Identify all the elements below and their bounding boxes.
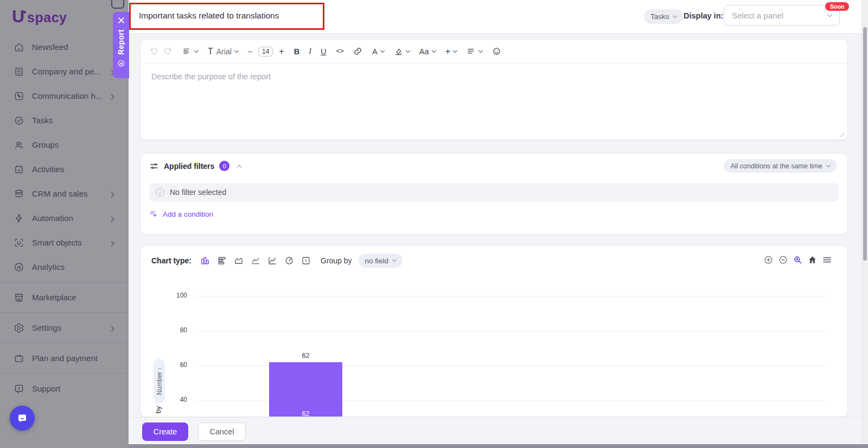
emoji-button[interactable] <box>492 47 501 56</box>
redo-button[interactable] <box>163 47 173 56</box>
sidebar-item-newsfeed[interactable]: Newsfeed <box>0 35 129 59</box>
chevron-up-icon[interactable] <box>237 165 241 169</box>
applied-filters-header[interactable]: Applied filters 0 <box>149 161 241 171</box>
sidebar-item-label: Communication h... <box>32 91 102 100</box>
scrollbar-track[interactable] <box>861 0 868 444</box>
group-by-dropdown[interactable]: no field <box>359 254 403 268</box>
font-size-decrease-button[interactable]: − <box>248 47 252 56</box>
no-filter-text: No filter selected <box>170 188 226 197</box>
bar-value-label-inside: 62 <box>269 410 342 417</box>
sidebar-nav: Newsfeed Company and pe... Communication… <box>0 35 129 401</box>
sidebar: U spacy Newsfeed Company and pe... Commu… <box>0 0 129 448</box>
text-color-button[interactable]: A <box>372 47 384 56</box>
chart-menu-button[interactable] <box>822 255 832 265</box>
create-button[interactable]: Create <box>142 422 188 441</box>
bold-button[interactable]: B <box>294 47 299 56</box>
building-icon <box>14 66 24 77</box>
filter-plus-icon <box>149 210 158 218</box>
logo-text: spacy <box>27 10 67 26</box>
sidebar-item-plan-payment[interactable]: Plan and payment <box>0 346 129 370</box>
display-in-label: Display in: <box>684 11 723 20</box>
chevron-down-icon <box>672 13 676 17</box>
highlight-color-button[interactable] <box>394 47 410 56</box>
report-title-field[interactable]: Important tasks related to translations <box>139 11 279 21</box>
underline-button[interactable]: U <box>321 47 326 56</box>
chart-type-area-button[interactable] <box>234 256 244 266</box>
chevron-icon: › <box>155 368 163 370</box>
add-condition-link[interactable]: Add a condition <box>149 210 213 218</box>
chevron-right-icon <box>110 189 113 198</box>
sidebar-item-label: Activities <box>32 165 64 174</box>
conditions-mode-dropdown[interactable]: All conditions at the same time <box>724 159 837 173</box>
uspacy-logo[interactable]: U spacy <box>12 7 67 27</box>
sidebar-item-company[interactable]: Company and pe... <box>0 59 129 84</box>
y-axis-label: Number <box>156 372 163 395</box>
scrollbar-thumb[interactable] <box>863 27 867 261</box>
chart-type-line-button[interactable] <box>251 256 260 266</box>
sidebar-item-label: Groups <box>32 140 59 149</box>
sidebar-item-tasks[interactable]: Tasks <box>0 108 129 132</box>
italic-button[interactable]: I <box>309 47 311 56</box>
sidebar-toggle-icon[interactable] <box>111 0 124 9</box>
home-icon <box>14 42 24 53</box>
chevron-right-icon <box>110 213 113 223</box>
chart-type-number-button[interactable] <box>301 256 311 266</box>
users-icon <box>14 140 24 150</box>
cancel-button[interactable]: Cancel <box>198 422 246 441</box>
chat-widget-button[interactable] <box>10 406 35 431</box>
gear-icon <box>14 323 24 333</box>
chevron-down-icon <box>380 48 385 52</box>
code-button[interactable]: <> <box>336 47 344 55</box>
y-axis-by-label: by <box>155 406 162 415</box>
sidebar-item-label: Settings <box>32 323 61 332</box>
sidebar-item-automation[interactable]: Automation <box>0 206 129 230</box>
font-size-increase-button[interactable]: + <box>279 47 284 56</box>
resize-handle-icon[interactable] <box>839 131 845 137</box>
bar-value-label: 62 <box>269 352 342 359</box>
zoom-in-button[interactable] <box>763 255 774 265</box>
chart-type-horizontal-bar-button[interactable] <box>217 256 227 266</box>
gridline <box>195 296 827 296</box>
text-style-button[interactable] <box>182 47 198 56</box>
report-drawer-tab[interactable]: Report <box>113 12 129 78</box>
phone-chat-icon <box>14 91 24 102</box>
chevron-down-icon <box>827 11 833 17</box>
zoom-out-button[interactable] <box>778 255 788 265</box>
text-color-letter: A <box>372 47 378 56</box>
sidebar-item-analytics[interactable]: Analytics <box>0 255 129 279</box>
y-axis-field-dropdown[interactable]: Number › <box>154 359 165 403</box>
selection-zoom-button[interactable] <box>793 255 803 265</box>
align-button[interactable] <box>467 47 482 56</box>
description-editor-card: T Arial − 14 + B I U <> A <box>140 39 848 140</box>
text-case-button[interactable]: Aa <box>419 47 436 56</box>
panel-select[interactable]: Select a panel <box>724 5 840 26</box>
wallet-icon <box>14 353 24 364</box>
chat-bubble-icon <box>16 412 29 425</box>
sidebar-item-crm[interactable]: CRM and sales <box>0 181 129 206</box>
sidebar-item-groups[interactable]: Groups <box>0 132 129 157</box>
chart-type-multi-line-button[interactable] <box>267 256 277 266</box>
insert-button[interactable]: + <box>445 46 457 57</box>
description-textarea[interactable]: Describe the purpose of the report <box>141 64 847 140</box>
bar-series-0[interactable] <box>269 362 342 417</box>
link-button[interactable] <box>353 47 362 56</box>
undo-button[interactable] <box>149 47 158 56</box>
home-reset-button[interactable] <box>807 255 818 265</box>
sidebar-item-support[interactable]: ? Support <box>0 376 129 401</box>
y-tick: 60 <box>161 361 187 369</box>
store-icon <box>14 292 24 303</box>
sliders-icon <box>149 161 159 171</box>
group-by-value: no field <box>365 257 389 265</box>
sidebar-item-settings[interactable]: Settings <box>0 316 129 340</box>
font-size-value[interactable]: 14 <box>258 47 273 56</box>
chevron-down-icon <box>234 48 239 52</box>
sidebar-item-marketplace[interactable]: Marketplace <box>0 285 129 310</box>
sidebar-item-activities[interactable]: Activities <box>0 157 129 181</box>
sidebar-item-communication[interactable]: Communication h... <box>0 84 129 108</box>
close-icon[interactable] <box>118 17 125 24</box>
chart-type-donut-button[interactable] <box>284 256 294 266</box>
font-family-select[interactable]: T Arial <box>208 47 238 56</box>
chart-type-bar-button[interactable] <box>200 256 210 266</box>
sidebar-item-smart-objects[interactable]: Smart objects <box>0 230 129 255</box>
entity-type-dropdown[interactable]: Tasks <box>644 9 683 24</box>
